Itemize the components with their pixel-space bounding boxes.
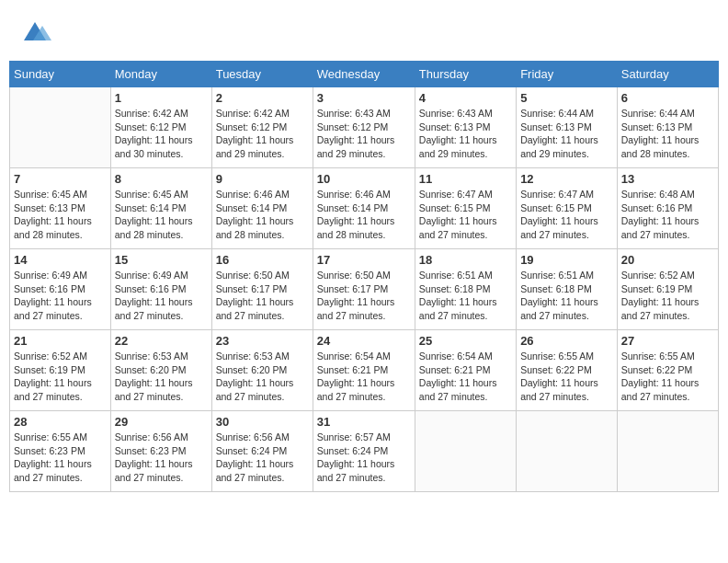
- day-of-week-header: Sunday: [10, 62, 111, 87]
- calendar-cell: [617, 411, 718, 492]
- day-of-week-header: Tuesday: [211, 62, 313, 87]
- calendar-week-row: 14Sunrise: 6:49 AMSunset: 6:16 PMDayligh…: [10, 249, 719, 330]
- calendar-cell: [10, 87, 111, 168]
- calendar-cell: 24Sunrise: 6:54 AMSunset: 6:21 PMDayligh…: [313, 330, 415, 411]
- day-info: Sunrise: 6:52 AMSunset: 6:19 PMDaylight:…: [621, 269, 714, 323]
- day-number: 7: [14, 172, 107, 186]
- day-info: Sunrise: 6:44 AMSunset: 6:13 PMDaylight:…: [520, 107, 613, 161]
- calendar-cell: 28Sunrise: 6:55 AMSunset: 6:23 PMDayligh…: [10, 411, 111, 492]
- day-number: 29: [115, 415, 208, 429]
- day-info: Sunrise: 6:52 AMSunset: 6:19 PMDaylight:…: [14, 350, 107, 404]
- day-number: 8: [115, 172, 208, 186]
- day-info: Sunrise: 6:55 AMSunset: 6:22 PMDaylight:…: [621, 350, 714, 404]
- day-info: Sunrise: 6:53 AMSunset: 6:20 PMDaylight:…: [115, 350, 208, 404]
- calendar-cell: 27Sunrise: 6:55 AMSunset: 6:22 PMDayligh…: [617, 330, 718, 411]
- day-info: Sunrise: 6:43 AMSunset: 6:13 PMDaylight:…: [419, 107, 512, 161]
- day-info: Sunrise: 6:49 AMSunset: 6:16 PMDaylight:…: [14, 269, 107, 323]
- calendar-cell: 18Sunrise: 6:51 AMSunset: 6:18 PMDayligh…: [415, 249, 516, 330]
- day-of-week-header: Monday: [110, 62, 211, 87]
- logo-icon: [17, 13, 55, 52]
- day-info: Sunrise: 6:51 AMSunset: 6:18 PMDaylight:…: [419, 269, 512, 323]
- day-info: Sunrise: 6:50 AMSunset: 6:17 PMDaylight:…: [317, 269, 411, 323]
- day-number: 14: [14, 253, 107, 267]
- day-number: 3: [317, 91, 411, 105]
- calendar-week-row: 1Sunrise: 6:42 AMSunset: 6:12 PMDaylight…: [10, 87, 719, 168]
- calendar-cell: 11Sunrise: 6:47 AMSunset: 6:15 PMDayligh…: [415, 168, 516, 249]
- day-of-week-header: Saturday: [617, 62, 718, 87]
- day-of-week-header: Friday: [517, 62, 618, 87]
- day-number: 2: [216, 91, 309, 105]
- day-info: Sunrise: 6:47 AMSunset: 6:15 PMDaylight:…: [419, 188, 512, 242]
- calendar-cell: 1Sunrise: 6:42 AMSunset: 6:12 PMDaylight…: [110, 87, 211, 168]
- calendar-cell: 7Sunrise: 6:45 AMSunset: 6:13 PMDaylight…: [10, 168, 111, 249]
- calendar-cell: [517, 411, 618, 492]
- calendar-cell: 2Sunrise: 6:42 AMSunset: 6:12 PMDaylight…: [211, 87, 313, 168]
- day-number: 16: [216, 253, 309, 267]
- day-number: 25: [419, 334, 512, 348]
- calendar-cell: [415, 411, 516, 492]
- day-of-week-header: Thursday: [415, 62, 516, 87]
- day-number: 30: [216, 415, 309, 429]
- day-number: 26: [520, 334, 613, 348]
- calendar-cell: 13Sunrise: 6:48 AMSunset: 6:16 PMDayligh…: [617, 168, 718, 249]
- calendar-cell: 22Sunrise: 6:53 AMSunset: 6:20 PMDayligh…: [110, 330, 211, 411]
- calendar-week-row: 28Sunrise: 6:55 AMSunset: 6:23 PMDayligh…: [10, 411, 719, 492]
- calendar-body: 1Sunrise: 6:42 AMSunset: 6:12 PMDaylight…: [10, 87, 719, 492]
- day-number: 11: [419, 172, 512, 186]
- day-info: Sunrise: 6:50 AMSunset: 6:17 PMDaylight:…: [216, 269, 309, 323]
- day-info: Sunrise: 6:56 AMSunset: 6:23 PMDaylight:…: [115, 431, 208, 485]
- calendar-cell: 25Sunrise: 6:54 AMSunset: 6:21 PMDayligh…: [415, 330, 516, 411]
- calendar-cell: 30Sunrise: 6:56 AMSunset: 6:24 PMDayligh…: [211, 411, 313, 492]
- calendar-cell: 29Sunrise: 6:56 AMSunset: 6:23 PMDayligh…: [110, 411, 211, 492]
- day-info: Sunrise: 6:49 AMSunset: 6:16 PMDaylight:…: [115, 269, 208, 323]
- day-info: Sunrise: 6:45 AMSunset: 6:13 PMDaylight:…: [14, 188, 107, 242]
- day-info: Sunrise: 6:45 AMSunset: 6:14 PMDaylight:…: [115, 188, 208, 242]
- day-info: Sunrise: 6:54 AMSunset: 6:21 PMDaylight:…: [419, 350, 512, 404]
- calendar-cell: 4Sunrise: 6:43 AMSunset: 6:13 PMDaylight…: [415, 87, 516, 168]
- calendar-cell: 23Sunrise: 6:53 AMSunset: 6:20 PMDayligh…: [211, 330, 313, 411]
- day-number: 20: [621, 253, 714, 267]
- day-info: Sunrise: 6:47 AMSunset: 6:15 PMDaylight:…: [520, 188, 613, 242]
- day-number: 13: [621, 172, 714, 186]
- calendar-cell: 31Sunrise: 6:57 AMSunset: 6:24 PMDayligh…: [313, 411, 415, 492]
- day-number: 1: [115, 91, 208, 105]
- day-info: Sunrise: 6:56 AMSunset: 6:24 PMDaylight:…: [216, 431, 309, 485]
- logo: [17, 13, 57, 52]
- day-number: 21: [14, 334, 107, 348]
- calendar-cell: 14Sunrise: 6:49 AMSunset: 6:16 PMDayligh…: [10, 249, 111, 330]
- calendar-cell: 20Sunrise: 6:52 AMSunset: 6:19 PMDayligh…: [617, 249, 718, 330]
- day-number: 17: [317, 253, 411, 267]
- calendar-cell: 10Sunrise: 6:46 AMSunset: 6:14 PMDayligh…: [313, 168, 415, 249]
- day-of-week-header: Wednesday: [313, 62, 415, 87]
- day-info: Sunrise: 6:55 AMSunset: 6:23 PMDaylight:…: [14, 431, 107, 485]
- day-number: 15: [115, 253, 208, 267]
- calendar-cell: 12Sunrise: 6:47 AMSunset: 6:15 PMDayligh…: [517, 168, 618, 249]
- day-info: Sunrise: 6:53 AMSunset: 6:20 PMDaylight:…: [216, 350, 309, 404]
- day-number: 31: [317, 415, 411, 429]
- day-number: 5: [520, 91, 613, 105]
- calendar-table: SundayMondayTuesdayWednesdayThursdayFrid…: [9, 61, 719, 492]
- calendar-cell: 15Sunrise: 6:49 AMSunset: 6:16 PMDayligh…: [110, 249, 211, 330]
- calendar-week-row: 21Sunrise: 6:52 AMSunset: 6:19 PMDayligh…: [10, 330, 719, 411]
- day-info: Sunrise: 6:42 AMSunset: 6:12 PMDaylight:…: [115, 107, 208, 161]
- day-number: 24: [317, 334, 411, 348]
- day-info: Sunrise: 6:42 AMSunset: 6:12 PMDaylight:…: [216, 107, 309, 161]
- day-number: 9: [216, 172, 309, 186]
- calendar-cell: 21Sunrise: 6:52 AMSunset: 6:19 PMDayligh…: [10, 330, 111, 411]
- calendar-header-row: SundayMondayTuesdayWednesdayThursdayFrid…: [10, 62, 719, 87]
- day-info: Sunrise: 6:44 AMSunset: 6:13 PMDaylight:…: [621, 107, 714, 161]
- day-info: Sunrise: 6:54 AMSunset: 6:21 PMDaylight:…: [317, 350, 411, 404]
- calendar-cell: 5Sunrise: 6:44 AMSunset: 6:13 PMDaylight…: [517, 87, 618, 168]
- day-info: Sunrise: 6:55 AMSunset: 6:22 PMDaylight:…: [520, 350, 613, 404]
- day-info: Sunrise: 6:46 AMSunset: 6:14 PMDaylight:…: [216, 188, 309, 242]
- day-info: Sunrise: 6:51 AMSunset: 6:18 PMDaylight:…: [520, 269, 613, 323]
- calendar-cell: 26Sunrise: 6:55 AMSunset: 6:22 PMDayligh…: [517, 330, 618, 411]
- day-number: 12: [520, 172, 613, 186]
- day-number: 19: [520, 253, 613, 267]
- calendar-week-row: 7Sunrise: 6:45 AMSunset: 6:13 PMDaylight…: [10, 168, 719, 249]
- day-number: 6: [621, 91, 714, 105]
- day-number: 22: [115, 334, 208, 348]
- calendar-cell: 9Sunrise: 6:46 AMSunset: 6:14 PMDaylight…: [211, 168, 313, 249]
- day-number: 27: [621, 334, 714, 348]
- day-info: Sunrise: 6:48 AMSunset: 6:16 PMDaylight:…: [621, 188, 714, 242]
